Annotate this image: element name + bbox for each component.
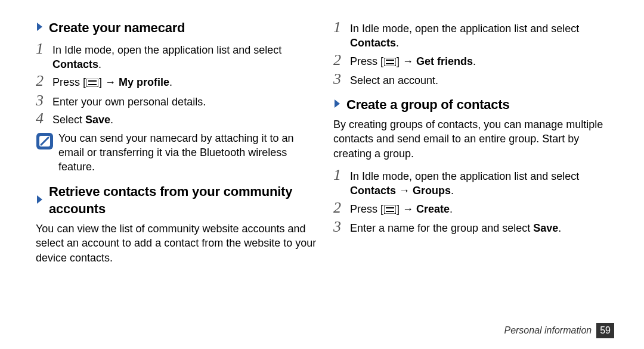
step-number: 1: [333, 19, 350, 36]
step-number: 3: [333, 219, 350, 236]
step-body: Press [] → Get friends.: [350, 52, 614, 70]
manual-page: Create your namecard 1 In Idle mode, ope…: [0, 0, 644, 349]
heading-retrieve-community: Retrieve contacts from your community ac…: [36, 183, 317, 218]
menu-icon: [86, 76, 98, 91]
step-bold: Get friends: [416, 55, 473, 67]
step-item: 2 Press [] → Get friends.: [333, 52, 614, 70]
page-footer: Personal information 59: [504, 323, 614, 338]
step-bold: Contacts: [350, 37, 396, 49]
step-text: .: [450, 203, 453, 215]
step-body: Press [] → Create.: [350, 200, 614, 217]
chevron-right-icon: [36, 192, 44, 210]
svg-rect-2: [88, 84, 97, 85]
step-bold: Create: [416, 203, 450, 215]
page-number: 59: [596, 323, 614, 338]
svg-rect-9: [384, 205, 396, 214]
step-text: Press [: [350, 55, 383, 67]
step-bold: Save: [533, 222, 558, 234]
step-text: .: [558, 222, 561, 234]
step-text: Select an account.: [350, 74, 438, 86]
step-number: 1: [36, 40, 52, 58]
svg-rect-7: [386, 60, 394, 61]
step-body: In Idle mode, open the application list …: [350, 19, 614, 51]
chevron-right-icon: [333, 96, 342, 114]
footer-section-label: Personal information: [504, 324, 592, 337]
step-text: .: [473, 55, 476, 67]
svg-rect-6: [384, 58, 396, 66]
step-body: In Idle mode, open the application list …: [350, 167, 614, 198]
step-bold: My profile: [119, 76, 169, 88]
svg-rect-8: [386, 63, 394, 64]
left-column: Create your namecard 1 In Idle mode, ope…: [36, 18, 317, 271]
svg-rect-1: [88, 80, 97, 82]
step-bold: Contacts: [52, 58, 98, 70]
step-text: .: [169, 76, 172, 88]
step-number: 3: [333, 71, 350, 88]
step-text: Select: [52, 114, 85, 126]
step-text: ] →: [397, 55, 416, 67]
chevron-right-icon: [36, 19, 44, 37]
heading-create-namecard: Create your namecard: [36, 19, 317, 37]
heading-text: Create a group of contacts: [346, 96, 510, 114]
paragraph: By creating groups of contacts, you can …: [333, 117, 614, 161]
menu-icon: [384, 203, 396, 217]
step-text: .: [396, 37, 399, 49]
step-body: Select an account.: [350, 71, 614, 88]
step-text: Press [: [350, 203, 383, 215]
step-text: .: [110, 114, 113, 126]
step-text: In Idle mode, open the application list …: [350, 23, 579, 35]
step-item: 1 In Idle mode, open the application lis…: [333, 167, 614, 198]
step-text: Press [: [52, 76, 86, 88]
svg-rect-0: [86, 79, 98, 87]
paragraph: You can view the list of community websi…: [36, 222, 317, 265]
step-item: 3 Enter a name for the group and select …: [333, 219, 614, 236]
step-text: .: [98, 58, 101, 70]
svg-rect-11: [386, 211, 394, 212]
step-text: ] →: [397, 203, 416, 215]
note-icon: [36, 132, 54, 154]
step-number: 4: [36, 110, 52, 127]
step-body: In Idle mode, open the application list …: [52, 40, 317, 72]
heading-create-group: Create a group of contacts: [333, 96, 614, 114]
step-text: In Idle mode, open the application list …: [350, 170, 579, 182]
step-number: 2: [333, 52, 350, 69]
step-body: Select Save.: [52, 110, 317, 127]
heading-text: Retrieve contacts from your community ac…: [49, 183, 317, 218]
heading-text: Create your namecard: [49, 19, 185, 37]
step-number: 3: [36, 92, 52, 110]
svg-rect-10: [386, 207, 394, 208]
step-text: .: [451, 185, 454, 197]
step-body: Enter a name for the group and select Sa…: [350, 219, 614, 235]
step-body: Enter your own personal details.: [52, 92, 317, 109]
note-text: You can send your namecard by attaching …: [58, 131, 317, 174]
step-number: 1: [333, 167, 350, 184]
step-text: In Idle mode, open the application list …: [52, 44, 281, 56]
step-item: 3 Select an account.: [333, 71, 614, 88]
step-text: Enter a name for the group and select: [350, 222, 533, 234]
step-number: 2: [333, 200, 350, 217]
step-text: Enter your own personal details.: [52, 96, 206, 108]
step-item: 4 Select Save.: [36, 110, 317, 127]
step-bold: Save: [85, 114, 110, 126]
step-body: Press [] → My profile.: [52, 73, 317, 91]
step-item: 1 In Idle mode, open the application lis…: [36, 40, 317, 72]
step-item: 2 Press [] → Create.: [333, 200, 614, 217]
step-number: 2: [36, 73, 52, 90]
step-item: 1 In Idle mode, open the application lis…: [333, 19, 614, 51]
step-text: ] →: [99, 76, 119, 88]
two-column-layout: Create your namecard 1 In Idle mode, ope…: [36, 18, 614, 271]
right-column: 1 In Idle mode, open the application lis…: [333, 18, 614, 271]
step-item: 3 Enter your own personal details.: [36, 92, 317, 110]
step-item: 2 Press [] → My profile.: [36, 73, 317, 91]
info-note: You can send your namecard by attaching …: [36, 131, 317, 174]
menu-icon: [384, 55, 396, 70]
step-bold: Contacts → Groups: [350, 185, 451, 197]
